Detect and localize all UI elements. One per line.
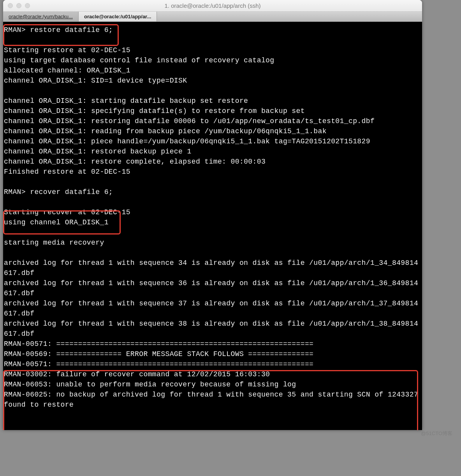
close-icon[interactable]	[8, 3, 13, 8]
window-title: 1. oracle@oracle:/u01/app/arch (ssh)	[3, 2, 422, 9]
terminal-line: Finished restore at 02-DEC-15	[4, 167, 421, 177]
zoom-icon[interactable]	[25, 3, 30, 8]
window-controls	[8, 3, 30, 8]
minimize-icon[interactable]	[16, 3, 21, 8]
terminal-line: channel ORA_DISK_1: restored backup piec…	[4, 146, 421, 157]
terminal-line	[4, 177, 421, 187]
terminal-window: 1. oracle@oracle:/u01/app/arch (ssh) ora…	[3, 0, 422, 430]
terminal-line: RMAN> recover datafile 6;	[4, 187, 421, 197]
terminal-line: starting media recovery	[4, 238, 421, 248]
terminal-line	[4, 227, 421, 238]
terminal-line: RMAN> restore datafile 6;	[4, 25, 421, 35]
terminal-line	[4, 197, 421, 207]
watermark-text: @51CTO博客	[421, 430, 452, 437]
terminal-line: channel ORA_DISK_1: reading from backup …	[4, 126, 421, 136]
terminal-line: using target database control file inste…	[4, 55, 421, 65]
terminal-output[interactable]: RMAN> restore datafile 6; Starting resto…	[3, 22, 422, 430]
terminal-line: RMAN-00571: ============================…	[4, 339, 421, 349]
terminal-line: Starting recover at 02-DEC-15	[4, 207, 421, 217]
tab-active[interactable]: oracle@oracle:/u01/app/ar...	[79, 12, 157, 21]
terminal-line: archived log for thread 1 with sequence …	[4, 278, 421, 298]
terminal-line	[4, 86, 421, 96]
terminal-line: channel ORA_DISK_1: SID=1 device type=DI…	[4, 76, 421, 86]
terminal-line: archived log for thread 1 with sequence …	[4, 298, 421, 319]
terminal-line: channel ORA_DISK_1: restoring datafile 0…	[4, 116, 421, 126]
tab-inactive[interactable]: oracle@oracle:/yum/backu...	[3, 12, 79, 21]
terminal-line: RMAN-00571: ============================…	[4, 359, 421, 369]
terminal-line: channel ORA_DISK_1: specifying datafile(…	[4, 106, 421, 116]
terminal-line: Starting restore at 02-DEC-15	[4, 45, 421, 55]
terminal-line: RMAN-03002: failure of recover command a…	[4, 369, 421, 379]
terminal-line	[4, 35, 421, 45]
terminal-line: channel ORA_DISK_1: restore complete, el…	[4, 157, 421, 167]
terminal-line	[4, 248, 421, 258]
terminal-line: archived log for thread 1 with sequence …	[4, 319, 421, 339]
terminal-line: RMAN-06025: no backup of archived log fo…	[4, 390, 421, 410]
terminal-line: archived log for thread 1 with sequence …	[4, 258, 421, 278]
terminal-line: RMAN-00569: =============== ERROR MESSAG…	[4, 349, 421, 359]
tab-bar: oracle@oracle:/yum/backu... oracle@oracl…	[3, 12, 422, 22]
terminal-line: RMAN-06053: unable to perform media reco…	[4, 379, 421, 390]
terminal-line: allocated channel: ORA_DISK_1	[4, 65, 421, 76]
terminal-line: channel ORA_DISK_1: piece handle=/yum/ba…	[4, 136, 421, 146]
titlebar: 1. oracle@oracle:/u01/app/arch (ssh)	[3, 0, 422, 12]
terminal-line: using channel ORA_DISK_1	[4, 217, 421, 227]
terminal-line: channel ORA_DISK_1: starting datafile ba…	[4, 96, 421, 106]
